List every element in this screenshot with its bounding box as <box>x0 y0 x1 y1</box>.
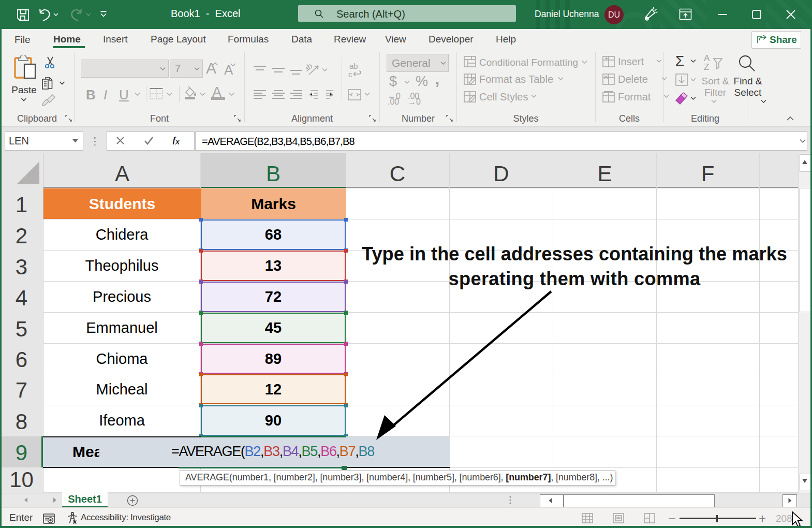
svg-text:c: c <box>348 70 352 79</box>
svg-text:ab: ab <box>306 62 314 74</box>
svg-text:ab: ab <box>349 62 358 70</box>
